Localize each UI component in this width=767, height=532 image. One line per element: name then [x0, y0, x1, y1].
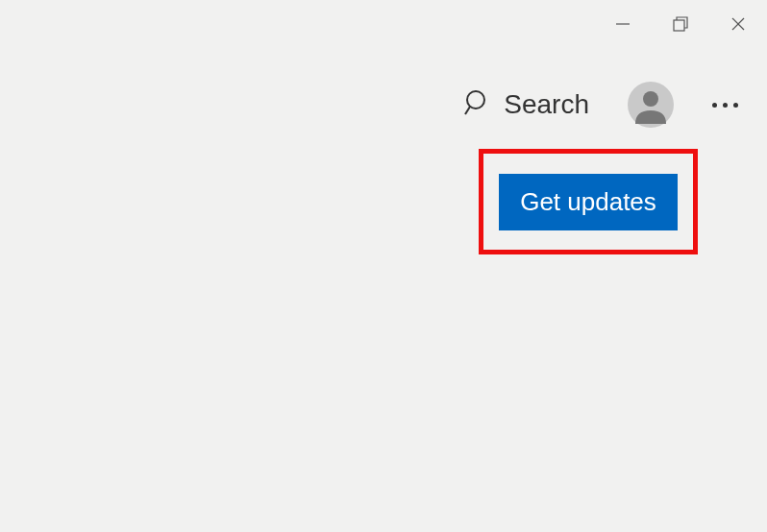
- more-icon: [723, 103, 728, 108]
- toolbar: Search: [463, 82, 750, 128]
- search-icon: [463, 88, 492, 121]
- svg-point-4: [467, 91, 484, 109]
- maximize-button[interactable]: [652, 0, 709, 48]
- window-controls: [594, 0, 767, 48]
- more-icon: [712, 103, 717, 108]
- minimize-button[interactable]: [594, 0, 652, 48]
- more-button[interactable]: [701, 103, 750, 108]
- svg-point-6: [643, 91, 658, 107]
- maximize-icon: [671, 14, 690, 34]
- search-button[interactable]: Search: [463, 88, 589, 121]
- more-icon: [733, 103, 738, 108]
- user-icon: [628, 82, 674, 128]
- svg-line-5: [465, 107, 470, 114]
- get-updates-button[interactable]: Get updates: [499, 174, 678, 230]
- user-avatar-button[interactable]: [628, 82, 674, 128]
- close-icon: [730, 15, 747, 33]
- minimize-icon: [614, 15, 631, 33]
- close-button[interactable]: [709, 0, 767, 48]
- search-label: Search: [504, 89, 589, 120]
- svg-rect-1: [674, 20, 684, 31]
- highlight-annotation: Get updates: [479, 149, 698, 254]
